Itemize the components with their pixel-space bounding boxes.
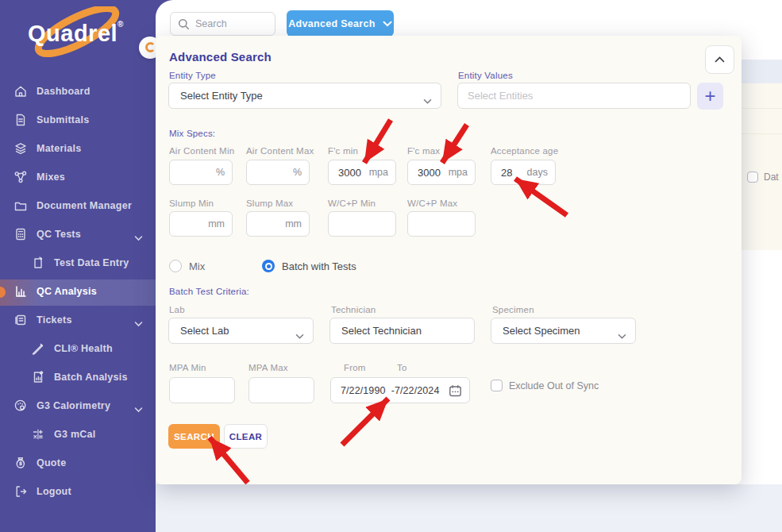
sidebar-item-cli-health[interactable]: CLI® Health [0, 334, 156, 363]
math-icon [30, 426, 46, 442]
fc-min-input[interactable] [329, 167, 395, 179]
mpa-min-field [169, 377, 235, 403]
search-icon [178, 18, 190, 30]
air-content-max-field: % [246, 160, 310, 185]
sidebar-item-test-data-entry[interactable]: Test Data Entry [0, 249, 156, 277]
clipboard-edit-icon [30, 255, 46, 271]
lab-label: Lab [169, 305, 185, 314]
chevron-down-icon [383, 21, 392, 27]
technician-select[interactable]: Select Technician [329, 318, 475, 344]
sidebar-item-dashboard[interactable]: Dashboard [0, 77, 156, 106]
calculator-icon [13, 226, 29, 242]
mpa-max-input[interactable] [249, 384, 314, 396]
collapse-panel-button[interactable] [705, 45, 734, 74]
wcp-max-input[interactable] [408, 218, 475, 230]
exclude-out-of-sync-checkbox[interactable] [491, 380, 503, 391]
pen-icon [30, 341, 46, 357]
entity-type-label: Entity Type [169, 71, 216, 80]
sidebar-item-batch-analysis[interactable]: Batch Analysis [0, 363, 156, 391]
sidebar-item-materials[interactable]: Materials [0, 134, 156, 163]
registered-mark: ® [117, 20, 124, 29]
slump-max-label: Slump Max [246, 199, 293, 208]
radio-circle-icon [169, 260, 182, 272]
specimen-select[interactable]: Select Specimen [491, 318, 636, 344]
fc-max-label: F'c max [407, 146, 440, 156]
gauge-icon [13, 398, 29, 414]
air-content-max-label: Air Content Max [246, 146, 314, 156]
mpa-max-field [248, 377, 314, 403]
exclude-out-of-sync-label: Exclude Out of Sync [509, 380, 599, 391]
search-button[interactable]: SEARCH [168, 424, 220, 449]
fc-max-field: mpa [407, 160, 476, 185]
fc-max-input[interactable] [408, 167, 475, 179]
global-search [170, 12, 275, 36]
panel-title: Advanced Search [169, 50, 272, 64]
sidebar-item-quote[interactable]: Quote [0, 449, 156, 477]
entity-values-field [457, 83, 691, 109]
quadrel-logo[interactable]: Quadrel® [17, 6, 141, 59]
acceptance-age-field: days [491, 160, 556, 185]
add-entity-button[interactable]: + [697, 83, 723, 110]
batch-criteria-heading: Batch Test Criteria: [169, 287, 249, 296]
logout-icon [13, 484, 29, 499]
entity-type-select[interactable]: Select Entity Type [168, 83, 441, 109]
nodes-icon [13, 169, 29, 185]
sidebar-item-g3-mcal[interactable]: G3 mCal [0, 420, 156, 449]
advanced-search-panel: Advanced Search Entity Type Select Entit… [156, 36, 742, 484]
search-input[interactable] [195, 18, 267, 29]
entity-values-input[interactable] [458, 90, 690, 102]
lab-select[interactable]: Select Lab [168, 318, 314, 344]
app-window: Dat Quadrel® Dashboard Submittals Materi… [0, 0, 782, 532]
bar-chart-icon [13, 283, 29, 299]
to-label: To [397, 363, 407, 372]
wcp-max-label: W/C+P Max [407, 199, 457, 208]
technician-label: Technician [331, 305, 376, 314]
bottom-band [156, 484, 782, 532]
date-range-field[interactable]: 7/22/1990 -7/22/2024 [330, 377, 470, 403]
slump-max-field: mm [246, 211, 310, 237]
wcp-min-label: W/C+P Min [328, 199, 376, 208]
chevron-down-icon[interactable] [134, 316, 143, 330]
acceptance-age-input[interactable] [491, 167, 555, 179]
date-to-value: 7/22/2024 [395, 385, 440, 396]
acceptance-age-label: Acceptance age [491, 146, 558, 156]
money-bag-icon [13, 455, 29, 471]
chevron-down-icon[interactable] [134, 402, 143, 416]
clear-button[interactable]: CLEAR [224, 424, 268, 449]
sidebar-item-mixes[interactable]: Mixes [0, 163, 156, 191]
date-from-value: 7/22/1990 [341, 385, 386, 396]
toggle-icon [145, 42, 156, 52]
sidebar-item-document-manager[interactable]: Document Manager [0, 191, 156, 220]
background-date-checkbox[interactable] [747, 172, 758, 183]
sidebar-item-tickets[interactable]: Tickets [0, 306, 156, 334]
radio-mix[interactable]: Mix [169, 260, 205, 272]
chevron-up-icon [715, 56, 725, 63]
radio-batch-with-tests[interactable]: Batch with Tests [262, 260, 356, 272]
mpa-max-label: MPA Max [248, 363, 288, 372]
sidebar-item-qc-tests[interactable]: QC Tests [0, 220, 156, 249]
chevron-down-icon [618, 329, 626, 343]
slump-min-field: mm [169, 211, 233, 237]
sidebar: Quadrel® Dashboard Submittals Materials … [0, 0, 156, 532]
document-chart-icon [30, 369, 46, 385]
air-content-max-input[interactable] [247, 167, 309, 179]
sidebar-item-g3-calorimetry[interactable]: G3 Calorimetry [0, 391, 156, 420]
wcp-min-input[interactable] [329, 218, 395, 230]
sidebar-item-qc-analysis[interactable]: QC Analysis [0, 277, 156, 306]
air-content-min-input[interactable] [170, 167, 232, 179]
chevron-down-icon[interactable] [134, 230, 143, 245]
advanced-search-button[interactable]: Advanced Search [287, 10, 394, 37]
home-icon [13, 83, 29, 99]
fc-min-field: mpa [328, 160, 396, 185]
layers-icon [13, 141, 29, 156]
chevron-down-icon [423, 94, 432, 108]
air-content-min-field: % [169, 160, 233, 185]
slump-max-input[interactable] [247, 218, 309, 230]
entity-values-label: Entity Values [458, 71, 513, 80]
air-content-min-label: Air Content Min [169, 146, 234, 156]
mpa-min-input[interactable] [170, 384, 234, 396]
sidebar-item-logout[interactable]: Logout [0, 477, 156, 506]
slump-min-input[interactable] [170, 218, 232, 230]
sidebar-item-submittals[interactable]: Submittals [0, 106, 156, 134]
from-label: From [344, 363, 366, 372]
